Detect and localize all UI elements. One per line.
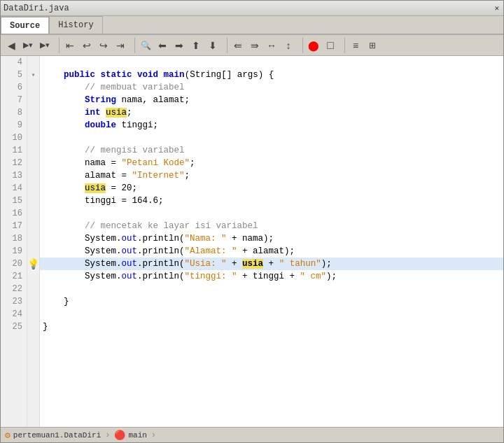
line-num-23: 23 <box>1 295 27 308</box>
gutter-12 <box>27 157 39 169</box>
line-num-8: 8 <box>1 106 27 119</box>
gutter-21 <box>27 270 39 283</box>
line-num-24: 24 <box>1 308 27 321</box>
nav4-btn[interactable]: ⇥ <box>113 38 128 53</box>
editor-area: 4 5 6 7 8 9 10 11 12 13 14 15 16 17 18 1… <box>1 56 503 427</box>
gutter-25 <box>27 321 39 333</box>
gutter-10 <box>27 132 39 144</box>
tab-source[interactable]: Source <box>1 16 49 34</box>
code-line-22 <box>40 283 503 295</box>
status-bar: ⚙ pertemuan1.DataDiri › 🔴 main › <box>1 427 503 442</box>
line-num-14: 14 <box>1 182 27 195</box>
code-line-16 <box>40 207 503 220</box>
package-icon: ⚙ <box>5 430 10 441</box>
code-line-5: public static void main(String[] args) { <box>40 69 503 81</box>
nav3-btn[interactable]: ↪ <box>96 38 111 53</box>
diff2-btn[interactable]: ➡ <box>172 38 187 53</box>
forward-btn[interactable]: ▶▾ <box>20 38 36 53</box>
line-num-7: 7 <box>1 94 27 106</box>
code-editor[interactable]: public static void main(String[] args) {… <box>40 56 503 427</box>
code-line-25: } <box>40 321 503 333</box>
gutter-23 <box>27 295 39 308</box>
line-num-25: 25 <box>1 321 27 333</box>
title-bar: DataDiri.java ✕ <box>1 1 503 16</box>
stop-btn[interactable]: ⬤ <box>306 38 321 53</box>
gutter-7 <box>27 94 39 106</box>
line-num-16: 16 <box>1 207 27 220</box>
code-line-18: System.out.println("Nama: " + nama); <box>40 232 503 245</box>
lines-btn[interactable]: ≡ <box>348 38 363 53</box>
code-line-15: tinggi = 164.6; <box>40 195 503 207</box>
code-line-10 <box>40 132 503 144</box>
breadcrumb-arrow1: › <box>105 430 110 440</box>
line-numbers: 4 5 6 7 8 9 10 11 12 13 14 15 16 17 18 1… <box>1 56 27 427</box>
diff1-btn[interactable]: ⬅ <box>155 38 170 53</box>
gutter-9 <box>27 119 39 132</box>
line-num-9: 9 <box>1 119 27 132</box>
code-line-11: // mengisi variabel <box>40 144 503 157</box>
code-line-4 <box>40 56 503 69</box>
line-num-11: 11 <box>1 144 27 157</box>
square-btn[interactable]: □ <box>323 38 338 53</box>
title-text: DataDiri.java <box>4 3 493 13</box>
gutter-13 <box>27 169 39 182</box>
breadcrumb-arrow2: › <box>151 430 156 440</box>
compare2-btn[interactable]: ⇛ <box>247 38 262 53</box>
sep4 <box>299 38 303 53</box>
diff3-btn[interactable]: ⬆ <box>188 38 204 53</box>
package-name: pertemuan1.DataDiri <box>13 431 101 440</box>
line-num-18: 18 <box>1 232 27 245</box>
diff4-btn[interactable]: ⬇ <box>205 38 220 53</box>
line-num-15: 15 <box>1 195 27 207</box>
pin-btn[interactable]: ⊞ <box>365 38 380 53</box>
sep1 <box>55 38 59 53</box>
line-num-12: 12 <box>1 157 27 169</box>
gutter-19 <box>27 245 39 258</box>
nav1-btn[interactable]: ⇤ <box>62 38 78 53</box>
line-num-6: 6 <box>1 81 27 94</box>
code-line-19: System.out.println("Alamat: " + alamat); <box>40 245 503 258</box>
back-btn[interactable]: ◀ <box>4 38 19 53</box>
line-num-10: 10 <box>1 132 27 144</box>
compare1-btn[interactable]: ⇚ <box>230 38 246 53</box>
code-line-12: nama = "Petani Kode"; <box>40 157 503 169</box>
gutter-5[interactable]: ▾ <box>27 69 39 81</box>
nav2-btn[interactable]: ↩ <box>79 38 94 53</box>
line-num-5: 5 <box>1 69 27 81</box>
gutter-22 <box>27 283 39 295</box>
line-num-13: 13 <box>1 169 27 182</box>
compare3-btn[interactable]: ↔ <box>264 38 279 53</box>
code-line-7: String nama, alamat; <box>40 94 503 106</box>
gutter-6 <box>27 81 39 94</box>
sep2 <box>131 38 135 53</box>
code-line-17: // mencetak ke layar isi variabel <box>40 220 503 232</box>
tab-source-label: Source <box>10 21 40 31</box>
tab-history-label: History <box>58 20 93 30</box>
compare4-btn[interactable]: ↕ <box>281 38 296 53</box>
close-icon[interactable]: ✕ <box>493 3 500 13</box>
line-num-17: 17 <box>1 220 27 232</box>
search-btn[interactable]: 🔍 <box>138 38 153 53</box>
gutter-24 <box>27 308 39 321</box>
code-line-13: alamat = "Internet"; <box>40 169 503 182</box>
line-num-19: 19 <box>1 245 27 258</box>
code-line-9: double tinggi; <box>40 119 503 132</box>
line-num-4: 4 <box>1 56 27 69</box>
tab-bar: Source History <box>1 16 503 35</box>
method-icon: 🔴 <box>114 430 125 441</box>
code-line-21: System.out.println("tinggi: " + tinggi +… <box>40 270 503 283</box>
fold-icon[interactable]: ▾ <box>31 71 35 79</box>
gutter-18 <box>27 232 39 245</box>
tab-history[interactable]: History <box>49 16 102 34</box>
gutter-17 <box>27 220 39 232</box>
gutter-4 <box>27 56 39 69</box>
gutter-20: 💡 <box>27 258 39 270</box>
gutter-14 <box>27 182 39 195</box>
gutter-8 <box>27 106 39 119</box>
code-line-6: // membuat variabel <box>40 81 503 94</box>
gutter: ▾ 💡 <box>27 56 40 427</box>
nav-btn2[interactable]: ▶▾ <box>37 38 52 53</box>
code-line-20: System.out.println("Usia: " + usia + " t… <box>40 258 503 270</box>
line-num-22: 22 <box>1 283 27 295</box>
gutter-11 <box>27 144 39 157</box>
